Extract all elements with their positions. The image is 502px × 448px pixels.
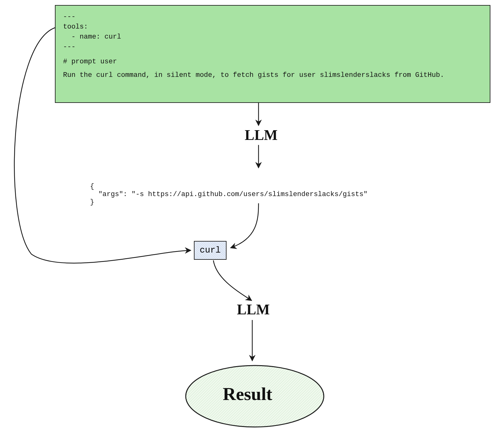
curl-node: curl (194, 241, 227, 260)
prompt-body: Run the curl command, in silent mode, to… (63, 71, 482, 79)
prompt-yaml: --- tools: - name: curl --- (63, 12, 482, 52)
prompt-heading: # prompt user (63, 58, 482, 66)
arrow-curl-to-llm2 (213, 260, 252, 301)
arrow-json-to-curl (231, 203, 259, 248)
result-label: Result (223, 383, 272, 404)
prompt-box: --- tools: - name: curl --- # prompt use… (55, 5, 490, 103)
llm-label-2: LLM (237, 301, 270, 318)
llm-label-1: LLM (245, 127, 278, 143)
args-json: { "args": "-s https://api.github.com/use… (90, 183, 368, 206)
